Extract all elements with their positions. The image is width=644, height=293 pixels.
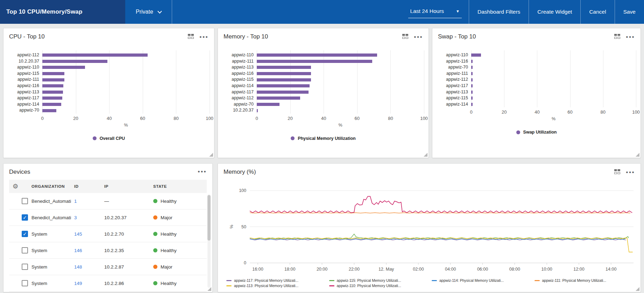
table-view-icon[interactable] — [188, 34, 194, 39]
legend-label: appwiz-114: Physical Memory Utilizati... — [439, 278, 504, 283]
bar[interactable] — [471, 84, 473, 87]
widget-title: Memory (%) — [224, 169, 256, 176]
category-label: appwiz-110 — [224, 52, 257, 58]
bar-chart-legend[interactable]: Swap Utilization — [432, 130, 641, 135]
axis-tick-label: 80 — [388, 116, 393, 121]
legend-dot-icon — [516, 130, 520, 134]
svg-text:06:00: 06:00 — [477, 267, 488, 272]
legend-item-appwiz-113[interactable]: appwiz-113: Physical Memory Utilizati... — [226, 284, 329, 288]
row-checkbox[interactable] — [22, 264, 28, 270]
series-line-appwiz-111 — [250, 213, 630, 213]
bar[interactable] — [42, 103, 61, 106]
svg-text:14:00: 14:00 — [606, 267, 616, 272]
svg-text:18:00: 18:00 — [284, 267, 295, 272]
gear-icon[interactable]: ⚙ — [9, 183, 31, 190]
bar[interactable] — [257, 78, 311, 81]
bar[interactable] — [42, 66, 85, 69]
bar[interactable] — [257, 103, 279, 106]
category-label: appwiz-112 — [438, 77, 471, 83]
bar[interactable] — [471, 60, 473, 63]
bar[interactable] — [257, 91, 309, 94]
resize-handle[interactable] — [424, 153, 427, 157]
bar-chart-legend[interactable]: Overall CPU — [3, 136, 214, 141]
device-id-link[interactable]: 149 — [74, 281, 82, 286]
bar[interactable] — [257, 66, 311, 69]
scrollbar-thumb[interactable] — [207, 195, 211, 241]
more-options-icon[interactable]: ●●● — [199, 35, 208, 39]
bar[interactable] — [42, 78, 64, 81]
legend-dot-icon — [291, 136, 295, 140]
save-button[interactable]: Save — [615, 0, 644, 24]
bar[interactable] — [471, 53, 481, 57]
column-header-ip: IP — [104, 184, 153, 188]
time-range-dropdown[interactable]: Last 24 Hours ▼ — [401, 0, 469, 24]
legend-item-appwiz-115[interactable]: appwiz-115: Physical Memory Utilizati... — [329, 278, 432, 283]
bar[interactable] — [471, 78, 473, 81]
privacy-label: Private — [136, 9, 153, 15]
bar[interactable] — [257, 72, 311, 75]
legend-item-appwiz-110[interactable]: appwiz-110: Physical Memory Utilizati... — [329, 284, 432, 288]
bar[interactable] — [471, 66, 473, 69]
row-checkbox[interactable]: ✓ — [22, 214, 28, 221]
bar[interactable] — [42, 91, 63, 94]
bar[interactable] — [42, 53, 148, 57]
axis-tick-label: 60 — [567, 109, 572, 115]
state-label: Major — [161, 215, 172, 220]
bar[interactable] — [257, 97, 300, 100]
more-options-icon[interactable]: ●●● — [626, 170, 635, 174]
row-checkbox[interactable] — [22, 280, 28, 286]
bar[interactable] — [257, 84, 310, 87]
bar[interactable] — [257, 60, 372, 63]
bar[interactable] — [42, 84, 63, 87]
device-id-link[interactable]: 3 — [74, 215, 77, 220]
axis-tick-label: 0 — [255, 116, 258, 121]
bar[interactable] — [471, 103, 473, 106]
bar[interactable] — [257, 109, 258, 112]
time-range-label: Last 24 Hours — [410, 8, 444, 14]
device-id-link[interactable]: 148 — [74, 264, 82, 270]
organization-cell: Benedict_Automati — [31, 215, 74, 220]
legend-dash-icon — [432, 280, 437, 281]
legend-item-appwiz-114[interactable]: appwiz-114: Physical Memory Utilizati... — [432, 278, 535, 283]
cancel-button[interactable]: Cancel — [580, 0, 614, 24]
table-view-icon[interactable] — [402, 34, 408, 39]
dashboard-filters-button[interactable]: Dashboard Filters — [469, 0, 529, 24]
privacy-dropdown[interactable]: Private — [136, 0, 162, 24]
bar[interactable] — [42, 60, 107, 63]
memory-line-widget: Memory (%) ●●● 050100%16:0018:0020:0022:… — [218, 163, 641, 292]
more-options-icon[interactable]: ●●● — [626, 35, 635, 39]
device-id-link[interactable]: 145 — [74, 231, 82, 237]
bar[interactable] — [257, 53, 377, 57]
legend-item-appwiz-111[interactable]: appwiz-111: Physical Memory Utilizati... — [535, 278, 637, 283]
organization-cell: System — [31, 231, 74, 237]
bar[interactable] — [471, 97, 473, 100]
table-view-icon[interactable] — [614, 169, 620, 174]
state-label: Major — [161, 264, 172, 270]
device-id-link[interactable]: 1 — [74, 199, 77, 204]
create-widget-button[interactable]: Create Widget — [529, 0, 580, 24]
category-label: 10.2.20.37 — [9, 58, 42, 65]
bar[interactable] — [471, 91, 473, 94]
legend-item-appwiz-117[interactable]: appwiz-117: Physical Memory Utilizati... — [226, 278, 329, 283]
resize-handle[interactable] — [636, 153, 639, 157]
bar[interactable] — [42, 72, 64, 75]
bar-chart-legend[interactable]: Physical Memory Utilization — [218, 136, 429, 141]
table-view-icon[interactable] — [614, 34, 620, 39]
more-options-icon[interactable]: ●●● — [198, 169, 207, 173]
more-options-icon[interactable]: ●●● — [414, 35, 423, 39]
resize-handle[interactable] — [207, 287, 211, 291]
row-checkbox[interactable] — [22, 198, 28, 204]
resize-handle[interactable] — [209, 153, 213, 157]
table-row: System14910.2.2.86Healthy — [9, 275, 207, 292]
row-checkbox[interactable] — [22, 247, 28, 253]
legend-label: Overall CPU — [100, 136, 125, 141]
legend-label: Swap Utilization — [523, 130, 557, 135]
scrollbar-track[interactable] — [207, 194, 211, 288]
resize-handle[interactable] — [636, 287, 639, 291]
device-id-link[interactable]: 146 — [74, 248, 82, 253]
row-checkbox[interactable]: ✓ — [22, 231, 28, 237]
bar[interactable] — [471, 72, 473, 75]
bar[interactable] — [42, 97, 62, 100]
svg-text:04:00: 04:00 — [445, 267, 456, 272]
bar[interactable] — [42, 109, 56, 112]
